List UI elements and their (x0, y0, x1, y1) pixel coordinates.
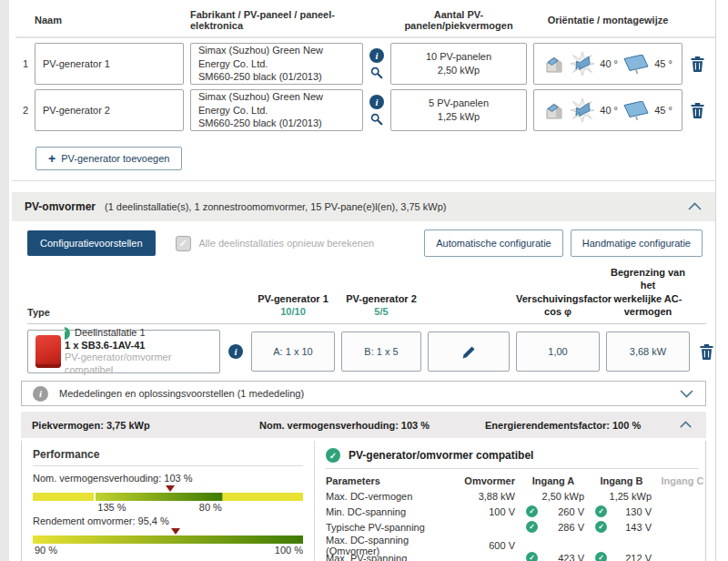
module-selection-box: Simax (Suzhou) Green New Energy Co. Ltd.… (190, 43, 363, 85)
roof-house-icon (543, 100, 565, 121)
tilt-value: 45 ° (654, 105, 672, 116)
azimuth-value: 40 ° (600, 58, 618, 69)
inverter-value: 100 V (462, 506, 519, 517)
azimuth-value: 40 ° (600, 105, 618, 116)
column-header-orientatie: Oriëntatie / montagewijze (533, 15, 682, 26)
performance-panel: Performance Nom. vermogensverhouding: 10… (22, 441, 315, 561)
gen2-assigned-count: 5/5 (341, 305, 421, 318)
magnifier-icon[interactable] (370, 113, 383, 126)
messages-label: Mededelingen en oplossingsvoorstellen (1… (59, 388, 304, 399)
info-icon[interactable]: i (228, 344, 243, 359)
check-icon: ✓ (326, 448, 340, 463)
orientation-box[interactable]: 40 ° 45 ° (533, 43, 682, 85)
subsystem-card[interactable]: ✓ Deelinstallatie 1 1 x SB3.6-1AV-41 PV-… (27, 330, 220, 373)
automatic-configuration-button[interactable]: Automatische configuratie (424, 230, 563, 257)
summary-energy-factor: Energierendementsfactor: 100 % (485, 420, 679, 431)
pv-inverter-section: PV-omvormer (1 deelinstallatie(s), 1 zon… (12, 192, 715, 561)
panel-count-box[interactable]: 10 PV-panelen 2,50 kWp (390, 43, 527, 85)
input-a-box[interactable]: A: 1 x 10 (251, 332, 335, 372)
column-header-naam: Naam (35, 15, 184, 26)
panel-right-border (715, 0, 716, 561)
check-icon: ✓ (526, 521, 538, 533)
column-header-ingang-b: Ingang B (588, 475, 655, 486)
input-b-value: 130 V (625, 506, 652, 517)
input-a-value: 2,50 kWp (519, 491, 588, 502)
configuration-proposals-button[interactable]: Configuratievoorstellen (27, 230, 156, 256)
inverter-value: 3,88 kW (462, 491, 519, 502)
panel-count-box[interactable]: 5 PV-panelen 1,25 kWp (390, 89, 527, 131)
column-header-ac-2: werkelijke AC- (606, 292, 690, 305)
column-header-cos-1: Verschuivingsfactor (516, 292, 600, 305)
azimuth-compass-icon (571, 52, 594, 76)
manual-configuration-button[interactable]: Handmatige configuratie (571, 230, 703, 257)
cos-phi-box[interactable]: 1,00 (516, 332, 600, 372)
inverter-efficiency-gauge-ticks: 90 % 100 % (33, 544, 303, 556)
module-manufacturer: Simax (Suzhou) Green New Energy Co. Ltd. (198, 90, 355, 117)
inverter-section-subtitle: (1 deelinstallatie(s), 1 zonnestroomomvo… (105, 201, 446, 212)
delete-generator-button[interactable] (689, 56, 705, 72)
parameter-label: Typische PV-spanning (326, 522, 462, 533)
add-generator-label: PV-generator toevoegen (61, 153, 169, 164)
collapse-chevron-up-icon[interactable] (679, 421, 695, 429)
peak-power: 2,50 kWp (438, 64, 480, 77)
tilt-panel-icon (623, 55, 649, 74)
add-generator-button[interactable]: + PV-generator toevoegen (35, 147, 182, 170)
recalculate-checkbox[interactable]: ✓ (176, 236, 191, 251)
trash-icon (700, 344, 713, 360)
inverter-model: 1 x SB3.6-1AV-41 (65, 340, 212, 352)
tick-label: 80 % (199, 502, 222, 513)
column-header-type: Type (27, 307, 220, 318)
roof-house-icon (543, 54, 565, 75)
inverter-section-header[interactable]: PV-omvormer (1 deelinstallatie(s), 1 zon… (12, 192, 715, 221)
module-model: SM660-250 black (01/2013) (198, 70, 355, 84)
tick-label: 135 % (97, 502, 126, 513)
orientation-box[interactable]: 40 ° 45 ° (533, 89, 682, 131)
parameter-row: Max. DC-vermogen 3,88 kW 2,50 kWp 1,25 k… (326, 488, 705, 504)
generator-name-input[interactable] (35, 43, 184, 85)
edit-configuration-box[interactable] (428, 332, 510, 372)
magnifier-icon[interactable] (370, 66, 383, 79)
info-icon: i (33, 386, 48, 402)
inverter-section-title: PV-omvormer (25, 200, 96, 213)
messages-expander[interactable]: i Mededelingen en oplossingsvoorstellen … (21, 381, 706, 406)
panel-count: 10 PV-panelen (426, 50, 491, 64)
delete-subsystem-button[interactable] (696, 344, 716, 360)
info-icon[interactable]: i (369, 48, 384, 63)
check-icon: ✓ (65, 327, 70, 340)
row-number: 1 (15, 58, 28, 69)
recalculate-checkbox-group: ✓ Alle deelinstallaties opnieuw berekene… (176, 236, 375, 251)
input-a-value: 423 V (558, 553, 584, 561)
ac-power-limit-box[interactable]: 3,68 kW (606, 332, 690, 372)
trash-icon (691, 103, 704, 118)
input-b-value: 1,25 kWp (588, 491, 655, 502)
column-header-ac-1: Begrenzing van het (606, 266, 690, 292)
row-number: 2 (15, 105, 28, 116)
column-header-cos-2: cos φ (516, 305, 600, 318)
info-icon[interactable]: i (369, 95, 384, 109)
azimuth-compass-icon (571, 98, 594, 122)
gauge-marker (166, 485, 175, 492)
collapse-chevron-up-icon[interactable] (687, 202, 703, 211)
inverter-image (35, 335, 61, 368)
parameter-label: Min. DC-spanning (326, 506, 462, 517)
tick-label: 100 % (275, 545, 303, 556)
trash-icon (691, 56, 704, 72)
results-detail-panel: Performance Nom. vermogensverhouding: 10… (21, 441, 706, 561)
power-ratio-gauge-ticks: 135 % 80 % (33, 501, 303, 514)
parameter-label: Max. DC-vermogen (326, 491, 462, 502)
configuration-table-header: Type PV-generator 1 10/10 PV-generator 2… (27, 257, 706, 324)
parameter-row: Max. DC-spanning (Omvormer) 600 V (326, 535, 705, 550)
column-header-gen2: PV-generator 2 (341, 292, 421, 305)
input-b-box[interactable]: B: 1 x 5 (341, 332, 421, 372)
summary-peak-power: Piekvermogen: 3,75 kWp (32, 420, 259, 431)
input-b-value: 143 V (625, 522, 652, 533)
input-b-value: 212 V (625, 553, 652, 561)
input-a-value: 260 V (558, 506, 584, 517)
delete-generator-button[interactable] (689, 103, 705, 118)
expand-chevron-down-icon[interactable] (679, 389, 694, 398)
tilt-value: 45 ° (654, 58, 672, 69)
generator-name-input[interactable] (35, 89, 184, 131)
input-a-value: 286 V (558, 522, 584, 533)
column-header-gen1: PV-generator 1 (251, 292, 335, 305)
generators-header-row: Naam Fabrikant / PV-paneel / paneel-elek… (15, 5, 715, 38)
